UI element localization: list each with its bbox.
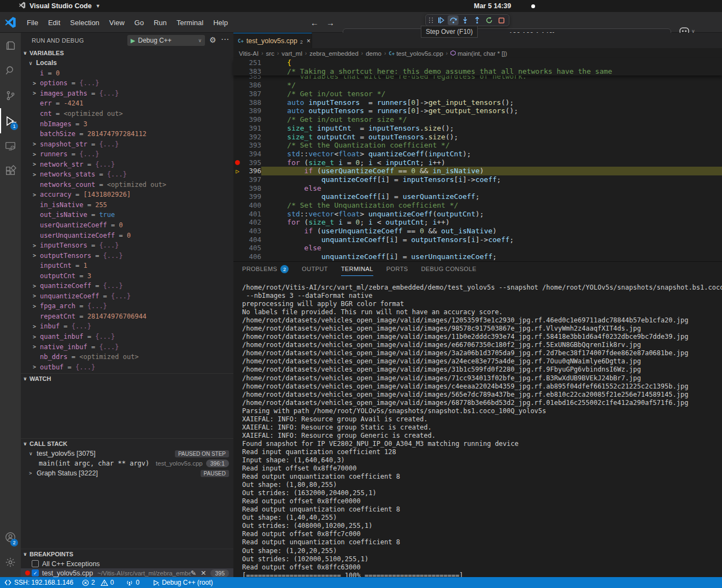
toolbar-grip-handle[interactable] [429, 17, 433, 23]
menu-run[interactable]: Run [149, 19, 172, 27]
variable-row[interactable]: >inbuf = {...} [21, 321, 233, 332]
editor-gutter[interactable]: 383 [233, 67, 261, 76]
panel-tab-debug-console[interactable]: DEBUG CONSOLE [421, 262, 477, 276]
breakpoint-row[interactable]: All C++ Exceptions [21, 559, 233, 568]
variable-row[interactable]: >snapshot_str = {...} [21, 139, 233, 149]
editor-gutter[interactable]: 387 [233, 90, 261, 98]
variable-row[interactable]: i = 0 [21, 68, 233, 79]
breakpoint-row[interactable]: ✓test_yolov5s.cpp~/Vitis-AI/src/vart_ml/… [21, 568, 233, 577]
code-line[interactable]: 387 /* Get in/out tensor */ [233, 90, 722, 98]
editor-gutter[interactable]: 386 [233, 81, 261, 90]
tab-test-yolov5s[interactable]: C+ test_yolov5s.cpp 2 × [233, 33, 312, 48]
breadcrumb-item[interactable]: test_yolov5s.cpp [396, 50, 443, 57]
nav-back-icon[interactable]: ← [310, 18, 319, 27]
nav-forward-icon[interactable]: → [326, 18, 334, 27]
editor-gutter[interactable]: 399 [233, 192, 261, 201]
code-line[interactable]: 403 if (userUnquantizeCoeff == 0 && out_… [233, 227, 722, 236]
breadcrumb-item[interactable]: src [266, 50, 274, 57]
editor-gutter[interactable]: 404 [233, 236, 261, 244]
menu-go[interactable]: Go [130, 19, 149, 27]
more-actions-icon[interactable]: ⋯ [221, 34, 229, 44]
step-out-button[interactable] [472, 15, 483, 25]
panel-tab-problems[interactable]: PROBLEMS2 [242, 262, 289, 276]
debug-status[interactable]: Debug C++ (root) [148, 577, 217, 588]
code-line[interactable]: 385 variables that will be re-used regar… [233, 75, 722, 81]
editor-gutter[interactable]: 398 [233, 184, 261, 193]
editor-gutter[interactable]: 393 [233, 141, 261, 150]
edit-pencil-icon[interactable]: ✎ [191, 569, 196, 577]
variables-header[interactable]: ∨VARIABLES [21, 48, 233, 58]
variable-row[interactable]: batchSize = 281474797284112 [21, 129, 233, 139]
breadcrumb-item[interactable]: main(int, char * []) [457, 50, 507, 57]
breakpoints-header[interactable]: ∨BREAKPOINTS [21, 549, 233, 559]
code-line[interactable]: 400 /* Set the Unquantization coefficien… [233, 201, 722, 210]
current-step-arrow-icon[interactable]: ▷ [233, 167, 242, 176]
code-line[interactable]: 391 size_t inputCnt = inputTensors.size(… [233, 124, 722, 133]
run-and-debug-icon[interactable]: 1 [0, 108, 21, 133]
menu-edit[interactable]: Edit [43, 19, 65, 27]
variable-row[interactable]: repeatCnt = 281474976706944 [21, 311, 233, 322]
ports-status[interactable]: 0 [121, 577, 144, 588]
editor-gutter[interactable]: 403 [233, 227, 261, 236]
chevron-down-icon[interactable]: ∨ [29, 451, 37, 456]
variable-row[interactable]: >networks_stats = {...} [21, 169, 233, 180]
editor-gutter[interactable]: 385 [233, 75, 261, 81]
editor-gutter[interactable]: 251 [233, 58, 261, 67]
call-stack-row[interactable]: ∨test_yolov5s [3075]PAUSED ON STEP [21, 449, 233, 458]
code-line[interactable]: 393 /* Set the Quantization coefficient … [233, 141, 722, 150]
clock[interactable]: Mar 5 14:39 [474, 0, 511, 12]
variable-row[interactable]: networks_count = <optimized out> [21, 180, 233, 190]
extensions-icon[interactable] [0, 158, 21, 184]
panel-tab-terminal[interactable]: TERMINAL [341, 262, 373, 276]
variable-row[interactable]: in_isNative = 255 [21, 200, 233, 210]
code-line[interactable]: 406 unquantizeCoeff[i] = userUnquantizeC… [233, 252, 722, 261]
watch-header[interactable]: ∨WATCH [21, 374, 233, 384]
panel-tab-ports[interactable]: PORTS [386, 262, 408, 276]
code-line[interactable]: 404 unquantizeCoeff[i] = outputTensors[i… [233, 236, 722, 244]
code-line[interactable]: 392 size_t outputCnt = outputTensors.siz… [233, 133, 722, 142]
code-line[interactable]: 386 */ [233, 81, 722, 90]
variable-row[interactable]: outputCnt = 3 [21, 271, 233, 281]
variable-row[interactable]: >native_inbuf = {...} [21, 342, 233, 352]
remote-explorer-icon[interactable] [0, 133, 21, 158]
variable-row[interactable]: userQuantizeCoeff = 0 [21, 220, 233, 231]
editor-gutter[interactable]: 391 [233, 124, 261, 133]
code-line[interactable]: 390 /* Get in/out tensor size */ [233, 115, 722, 124]
menu-help[interactable]: Help [208, 19, 233, 27]
editor-gutter[interactable]: 394 [233, 150, 261, 158]
step-over-button[interactable] [448, 15, 459, 25]
variable-row[interactable]: >outbuf = {...} [21, 362, 233, 372]
editor-gutter[interactable]: 402 [233, 218, 261, 227]
editor-gutter[interactable]: 405 [233, 244, 261, 252]
editor-gutter[interactable]: 395 [233, 158, 261, 167]
stop-button[interactable] [496, 15, 507, 25]
code-editor[interactable]: 251 {383 /* Taking a shortcut here: this… [233, 58, 722, 261]
variable-row[interactable]: >accuracy = [1431802926] [21, 190, 233, 200]
continue-button[interactable] [436, 15, 447, 25]
variable-row[interactable]: nb_ddrs = <optimized out> [21, 352, 233, 362]
editor-gutter[interactable]: 406 [233, 252, 261, 261]
code-line[interactable]: 395 for (size_t i = 0; i < inputCnt; i++… [233, 158, 722, 167]
code-line[interactable]: 383 /* Taking a shortcut here: this demo… [233, 67, 722, 76]
variable-row[interactable]: userUnquantizeCoeff = 0 [21, 230, 233, 240]
variable-row[interactable]: nbImages = 3 [21, 119, 233, 129]
start-debug-icon[interactable]: ▶ [131, 37, 135, 44]
variable-row[interactable]: out_isNative = true [21, 210, 233, 220]
menu-view[interactable]: View [104, 19, 130, 27]
panel-tab-output[interactable]: OUTPUT [302, 262, 328, 276]
remove-icon[interactable]: ✕ [201, 569, 206, 577]
source-control-icon[interactable] [0, 83, 21, 108]
breadcrumb-item[interactable]: demo [366, 50, 381, 57]
variable-row[interactable]: >network_str = {...} [21, 159, 233, 169]
editor-gutter[interactable]: 400 [233, 201, 261, 210]
code-line[interactable]: 399 quantizeCoeff[i] = userQuantizeCoeff… [233, 192, 722, 201]
settings-gear-icon[interactable] [0, 550, 21, 575]
code-line[interactable]: 398 else [233, 184, 722, 193]
variable-row[interactable]: >images_paths = {...} [21, 89, 233, 99]
code-line[interactable]: 405 else [233, 244, 722, 252]
code-line[interactable]: 394 std::vector<float> quantizeCoeff(inp… [233, 150, 722, 158]
breadcrumb-item[interactable]: vart_ml [281, 50, 302, 57]
locals-scope-row[interactable]: ∨Locals [21, 58, 233, 68]
variable-row[interactable]: >outputTensors = {...} [21, 250, 233, 261]
accounts-icon[interactable]: 2 [0, 525, 21, 550]
